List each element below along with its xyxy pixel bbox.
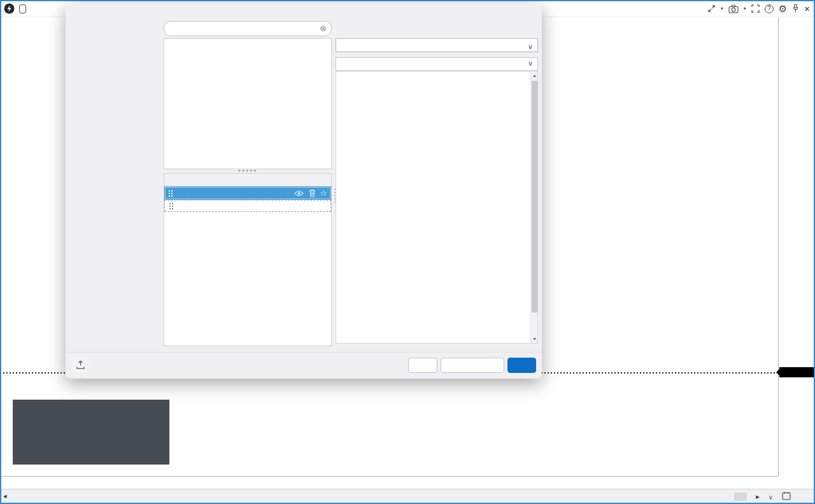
session-selector[interactable]: ∨	[769, 493, 773, 501]
scroll-up-icon[interactable]: ▲	[531, 72, 538, 80]
drag-handle-icon[interactable]	[169, 202, 173, 210]
titlebar-icons: ▾ ▾ ? ⚙ ×	[707, 0, 810, 17]
help-icon[interactable]: ?	[765, 4, 774, 13]
clear-search-icon[interactable]: ⊗	[320, 24, 327, 33]
property-search: ∨	[336, 57, 538, 71]
delete-trash-icon[interactable]	[309, 189, 316, 197]
scroll-left-icon[interactable]: ◂	[3, 492, 7, 500]
instrument-icon[interactable]	[19, 4, 26, 13]
property-grid: ▲ ▼	[336, 71, 538, 344]
pin-icon[interactable]	[792, 4, 799, 13]
added-header	[164, 174, 331, 186]
grid-scrollbar[interactable]: ▲ ▼	[530, 72, 537, 343]
drag-handle-icon[interactable]	[168, 190, 173, 197]
horizontal-splitter[interactable]: ●●●●●	[164, 169, 332, 172]
application-window: ▾ ▾ ? ⚙ × ◂ ▸ ∨ ⊗	[0, 0, 815, 504]
close-window-icon[interactable]: ×	[804, 3, 810, 14]
current-price-label	[779, 367, 815, 377]
collapse-panel-icon[interactable]	[707, 4, 716, 13]
apply-button[interactable]	[507, 358, 536, 373]
save-as-template-button[interactable]	[441, 358, 504, 373]
indicator-search-input[interactable]	[164, 21, 332, 36]
scrollbar-thumb[interactable]	[532, 81, 537, 312]
footer-separator	[66, 352, 542, 353]
collapse-dropdown-icon[interactable]: ▾	[721, 6, 723, 11]
dialog-minimize-icon[interactable]	[487, 6, 500, 18]
chevron-down-icon: ∨	[528, 40, 533, 53]
cancel-button[interactable]	[408, 358, 437, 373]
property-search-input[interactable]	[336, 58, 537, 70]
indicator-search: ⊗	[164, 21, 332, 36]
dialog-maximize-icon[interactable]	[506, 6, 519, 18]
statusbar-right: ▸ ∨	[734, 489, 809, 504]
settings-gear-icon[interactable]: ⚙	[779, 3, 787, 15]
import-template-button[interactable]	[72, 356, 89, 373]
snapshot-dropdown-icon[interactable]: ▾	[744, 6, 746, 11]
horizontal-scrollbar-piece[interactable]	[734, 493, 747, 501]
time-axis[interactable]	[0, 476, 778, 489]
settings-tabs	[336, 22, 538, 31]
chevron-down-icon: ∨	[528, 59, 533, 67]
price-axis[interactable]	[778, 17, 815, 476]
snapshot-camera-icon[interactable]	[728, 4, 739, 13]
calendar-icon[interactable]	[782, 491, 791, 502]
chart-tab[interactable]	[30, 0, 34, 17]
statusbar: ◂ ▸ ∨	[0, 489, 815, 504]
added-indicator-selected[interactable]: ☆	[164, 186, 331, 200]
added-indicator-row[interactable]	[164, 200, 331, 212]
session-caret-icon: ∨	[769, 494, 773, 501]
favorite-star-icon[interactable]: ☆	[320, 188, 327, 198]
play-icon[interactable]: ▸	[756, 493, 760, 501]
indicator-result-list	[164, 38, 332, 169]
template-dropdown[interactable]: ∨	[336, 38, 538, 52]
visibility-eye-icon[interactable]	[294, 190, 304, 197]
added-indicators-box: ☆	[164, 173, 332, 346]
scroll-down-icon[interactable]: ▼	[531, 335, 538, 343]
dialog-close-icon[interactable]	[524, 6, 537, 18]
account-info-panel	[13, 400, 169, 465]
fullscreen-icon[interactable]	[751, 4, 760, 13]
app-logo-icon[interactable]	[4, 3, 15, 14]
indicators-dialog: ⊗ ●●●●● ☆ ∨ ∨	[66, 3, 542, 379]
